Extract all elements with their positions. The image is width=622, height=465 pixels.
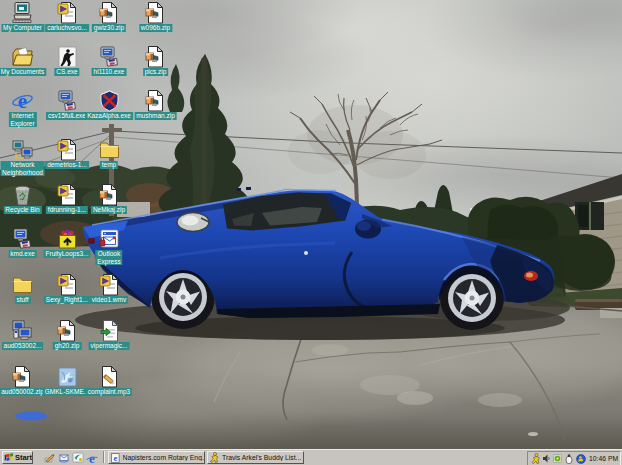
svg-text:e: e: [113, 453, 117, 463]
